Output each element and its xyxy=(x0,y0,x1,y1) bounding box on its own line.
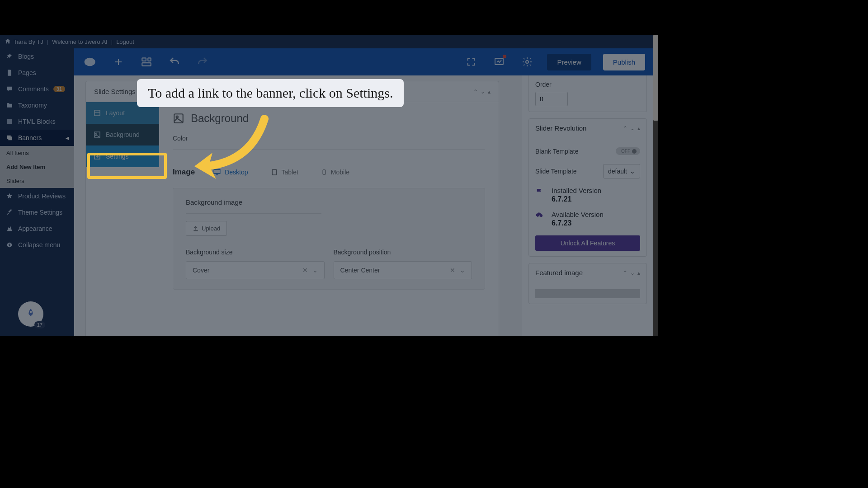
image-section-label: Image xyxy=(173,168,195,177)
image-device-tabs: Image Desktop Tablet Mobile xyxy=(173,165,485,179)
chevron-down-icon[interactable]: ⌄ xyxy=(481,89,485,95)
chevron-down-icon[interactable]: ⌄ xyxy=(312,267,318,274)
svg-rect-8 xyxy=(94,110,100,116)
banners-icon xyxy=(5,134,14,142)
installed-version-label: Installed Version xyxy=(552,187,601,194)
undo-icon[interactable] xyxy=(166,54,183,70)
blank-template-toggle[interactable]: OFF xyxy=(616,147,640,155)
tab-settings[interactable]: Settings xyxy=(86,145,159,167)
chevron-down-icon[interactable]: ⌄ xyxy=(630,125,635,131)
logo-icon[interactable] xyxy=(82,54,99,70)
bg-position-select[interactable]: Center Center✕⌄ xyxy=(334,261,472,279)
background-title: Background xyxy=(191,112,249,125)
color-label: Color xyxy=(173,135,485,142)
blank-template-label: Blank Template xyxy=(535,148,578,155)
mobile-icon xyxy=(321,169,327,176)
main-panel: Slide Settings ⌃⌄▴ Layout Background Set… xyxy=(85,81,499,336)
chevron-down-icon[interactable]: ⌄ xyxy=(630,270,635,276)
collapse-icon xyxy=(5,241,14,249)
welcome-link[interactable]: Welcome to Jwero.AI xyxy=(52,38,108,45)
sidebar-item-reviews[interactable]: Product Reviews xyxy=(0,188,74,204)
analytics-icon[interactable] xyxy=(491,54,507,70)
upload-button[interactable]: Upload xyxy=(186,221,227,236)
code-icon xyxy=(5,117,14,126)
sidebar-item-collapse[interactable]: Collapse menu xyxy=(0,237,74,253)
sidebar-item-taxonomy[interactable]: Taxonomy xyxy=(0,97,74,113)
rocket-launcher[interactable]: 17 xyxy=(18,301,43,327)
svg-point-10 xyxy=(95,133,97,134)
sidebar-item-banners[interactable]: Banners◂ xyxy=(0,130,74,146)
publish-button[interactable]: Publish xyxy=(603,54,645,70)
submenu-all-items[interactable]: All Items xyxy=(0,146,74,160)
tab-background[interactable]: Background xyxy=(86,124,159,145)
chevron-up-icon[interactable]: ⌃ xyxy=(623,125,627,131)
right-sidebar: Order Slider Revolution⌃⌄▴ Blank Templat… xyxy=(522,75,653,336)
svg-rect-15 xyxy=(272,169,276,175)
brush-icon xyxy=(5,208,14,216)
redo-icon[interactable] xyxy=(194,54,211,70)
chevron-up-icon[interactable]: ⌃ xyxy=(623,270,627,276)
sidebar-item-pages[interactable]: Pages xyxy=(0,65,74,81)
sidebar-item-comments[interactable]: Comments31 xyxy=(0,81,74,97)
preview-button[interactable]: Preview xyxy=(547,54,591,70)
featured-image-panel: Featured image⌃⌄▴ xyxy=(528,263,647,304)
clear-icon[interactable]: ✕ xyxy=(450,267,455,274)
sidebar-item-blogs[interactable]: Blogs xyxy=(0,48,74,65)
site-home-link[interactable]: Tiara By TJ xyxy=(5,38,43,46)
device-tab-mobile[interactable]: Mobile xyxy=(316,166,354,178)
submenu-sliders[interactable]: Sliders xyxy=(0,174,74,188)
scrollbar-track[interactable] xyxy=(653,35,658,336)
background-panel: Background Color Image Desktop Tablet Mo… xyxy=(159,102,499,336)
comments-badge: 31 xyxy=(53,86,65,92)
sidebar-item-html-blocks[interactable]: HTML Blocks xyxy=(0,113,74,130)
rocket-icon xyxy=(24,308,37,320)
star-icon xyxy=(5,192,14,200)
fullscreen-icon[interactable] xyxy=(463,54,479,70)
svg-rect-3 xyxy=(142,58,146,61)
tablet-icon xyxy=(271,169,278,176)
post-attributes-panel: Order xyxy=(528,75,647,112)
notification-dot xyxy=(503,55,506,58)
unlock-button[interactable]: Unlock All Features xyxy=(535,235,640,251)
add-block-icon[interactable] xyxy=(110,54,127,70)
bg-size-label: Background size xyxy=(186,249,325,256)
order-input[interactable] xyxy=(535,92,568,106)
sr-panel-header[interactable]: Slider Revolution⌃⌄▴ xyxy=(529,119,646,137)
device-tab-desktop[interactable]: Desktop xyxy=(208,165,252,179)
submenu-add-new[interactable]: Add New Item xyxy=(0,160,74,174)
background-header-icon xyxy=(173,113,184,124)
page-icon xyxy=(5,69,14,77)
triangle-up-icon[interactable]: ▴ xyxy=(488,89,491,95)
slide-template-select[interactable]: default⌄ xyxy=(603,164,640,178)
slide-template-label: Slide Template xyxy=(535,168,577,175)
desktop-icon xyxy=(213,168,221,176)
admin-sidebar: Blogs Pages Comments31 Taxonomy HTML Blo… xyxy=(0,48,74,336)
svg-point-1 xyxy=(30,311,32,313)
sidebar-item-theme-settings[interactable]: Theme Settings xyxy=(0,204,74,221)
triangle-up-icon[interactable]: ▴ xyxy=(637,270,640,276)
clear-icon[interactable]: ✕ xyxy=(302,267,308,274)
featured-panel-header[interactable]: Featured image⌃⌄▴ xyxy=(529,263,646,282)
featured-image-thumb[interactable] xyxy=(535,289,640,298)
available-version-label: Available Version xyxy=(552,211,604,218)
caret-right-icon: ◂ xyxy=(66,134,69,141)
svg-rect-14 xyxy=(214,169,220,174)
slider-revolution-panel: Slider Revolution⌃⌄▴ Blank TemplateOFF S… xyxy=(528,118,647,257)
device-tab-tablet[interactable]: Tablet xyxy=(266,166,303,178)
slide-tab-column: Layout Background Settings xyxy=(86,102,159,336)
settings-gear-icon[interactable] xyxy=(519,54,535,70)
appearance-icon xyxy=(5,225,14,233)
bg-image-section: Background image Upload Background size … xyxy=(173,188,485,290)
available-version-value: 6.7.23 xyxy=(552,219,604,227)
chevron-down-icon[interactable]: ⌄ xyxy=(460,267,465,274)
layout-icon[interactable] xyxy=(138,54,155,70)
bg-size-select[interactable]: Cover✕⌄ xyxy=(186,261,325,279)
chevron-up-icon[interactable]: ⌃ xyxy=(473,89,478,95)
image-tab-icon xyxy=(93,131,101,139)
scrollbar-thumb[interactable] xyxy=(653,35,658,121)
cloud-download-icon xyxy=(535,211,545,221)
editor-toolbar: Preview Publish xyxy=(74,48,653,75)
triangle-up-icon[interactable]: ▴ xyxy=(637,125,640,131)
logout-link[interactable]: Logout xyxy=(116,38,134,45)
sidebar-item-appearance[interactable]: Appearance xyxy=(0,221,74,237)
